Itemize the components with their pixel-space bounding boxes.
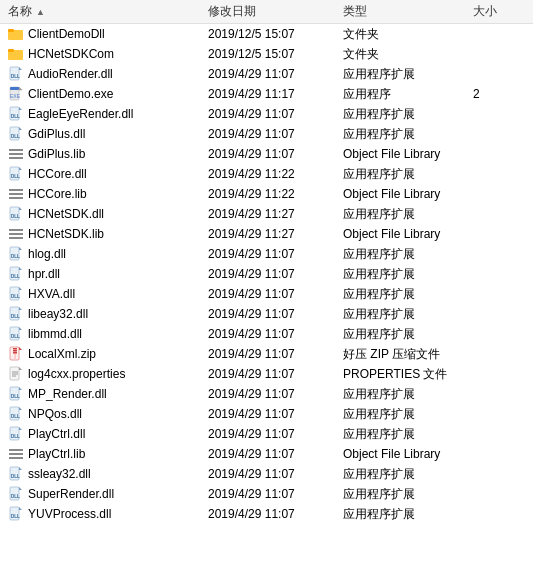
svg-marker-66 — [19, 427, 22, 430]
file-name-label: ssleay32.dll — [28, 467, 91, 481]
svg-rect-69 — [9, 453, 23, 455]
file-name-cell: LocalXml.zip — [8, 346, 208, 362]
table-row[interactable]: log4cxx.properties2019/4/29 11:07PROPERT… — [0, 364, 533, 384]
file-name-label: HCCore.dll — [28, 167, 87, 181]
file-date: 2019/4/29 11:07 — [208, 127, 343, 141]
file-name-label: HCNetSDK.lib — [28, 227, 104, 241]
header-size[interactable]: 大小 — [473, 3, 533, 20]
header-name-label: 名称 — [8, 3, 32, 20]
file-name-cell: DLL EagleEyeRender.dll — [8, 106, 208, 122]
table-row[interactable]: DLL SuperRender.dll2019/4/29 11:07应用程序扩展 — [0, 484, 533, 504]
table-row[interactable]: DLL GdiPlus.dll2019/4/29 11:07应用程序扩展 — [0, 124, 533, 144]
file-name-label: HCCore.lib — [28, 187, 87, 201]
file-name-cell: DLL hlog.dll — [8, 246, 208, 262]
table-row[interactable]: LocalXml.zip2019/4/29 11:07好压 ZIP 压缩文件 — [0, 344, 533, 364]
file-type: 应用程序扩展 — [343, 506, 473, 523]
file-type: Object File Library — [343, 447, 473, 461]
table-row[interactable]: DLL HCNetSDK.dll2019/4/29 11:27应用程序扩展 — [0, 204, 533, 224]
file-type: Object File Library — [343, 187, 473, 201]
folder-icon — [8, 46, 24, 62]
svg-marker-22 — [19, 167, 22, 170]
svg-rect-3 — [8, 49, 14, 52]
file-type: 应用程序扩展 — [343, 126, 473, 143]
file-name-label: AudioRender.dll — [28, 67, 113, 81]
file-name-cell: DLL libeay32.dll — [8, 306, 208, 322]
svg-marker-78 — [19, 507, 22, 510]
svg-text:DLL: DLL — [11, 434, 20, 439]
svg-marker-46 — [19, 327, 22, 330]
table-row[interactable]: DLL NPQos.dll2019/4/29 11:07应用程序扩展 — [0, 404, 533, 424]
file-type: 应用程序扩展 — [343, 466, 473, 483]
file-type: 文件夹 — [343, 46, 473, 63]
file-type: 应用程序扩展 — [343, 306, 473, 323]
svg-marker-37 — [19, 267, 22, 270]
table-row[interactable]: DLL ssleay32.dll2019/4/29 11:07应用程序扩展 — [0, 464, 533, 484]
table-row[interactable]: DLL YUVProcess.dll2019/4/29 11:07应用程序扩展 — [0, 504, 533, 524]
table-row[interactable]: DLL PlayCtrl.dll2019/4/29 11:07应用程序扩展 — [0, 424, 533, 444]
file-date: 2019/4/29 11:07 — [208, 307, 343, 321]
dll-icon: DLL — [8, 326, 24, 342]
file-date: 2019/4/29 11:22 — [208, 187, 343, 201]
table-row[interactable]: EXE ClientDemo.exe2019/4/29 11:17应用程序2 — [0, 84, 533, 104]
file-name-cell: log4cxx.properties — [8, 366, 208, 382]
svg-text:DLL: DLL — [11, 134, 20, 139]
svg-text:DLL: DLL — [11, 314, 20, 319]
header-type[interactable]: 类型 — [343, 3, 473, 20]
table-row[interactable]: DLL libmmd.dll2019/4/29 11:07应用程序扩展 — [0, 324, 533, 344]
file-name-label: EagleEyeRender.dll — [28, 107, 133, 121]
dll-icon: DLL — [8, 466, 24, 482]
table-row[interactable]: DLL MP_Render.dll2019/4/29 11:07应用程序扩展 — [0, 384, 533, 404]
svg-text:DLL: DLL — [11, 334, 20, 339]
header-name[interactable]: 名称 ▲ — [8, 3, 208, 20]
table-row[interactable]: HCCore.lib2019/4/29 11:22Object File Lib… — [0, 184, 533, 204]
table-row[interactable]: HCNetSDKCom2019/12/5 15:07文件夹 — [0, 44, 533, 64]
file-name-label: libmmd.dll — [28, 327, 82, 341]
file-type: 应用程序扩展 — [343, 66, 473, 83]
table-row[interactable]: DLL EagleEyeRender.dll2019/4/29 11:07应用程… — [0, 104, 533, 124]
table-row[interactable]: HCNetSDK.lib2019/4/29 11:27Object File L… — [0, 224, 533, 244]
file-name-cell: DLL GdiPlus.dll — [8, 126, 208, 142]
table-row[interactable]: PlayCtrl.lib2019/4/29 11:07Object File L… — [0, 444, 533, 464]
table-row[interactable]: DLL libeay32.dll2019/4/29 11:07应用程序扩展 — [0, 304, 533, 324]
file-date: 2019/4/29 11:07 — [208, 267, 343, 281]
svg-text:DLL: DLL — [11, 114, 20, 119]
header-date[interactable]: 修改日期 — [208, 3, 343, 20]
svg-marker-49 — [19, 347, 22, 350]
svg-text:DLL: DLL — [11, 174, 20, 179]
table-row[interactable]: DLL HXVA.dll2019/4/29 11:07应用程序扩展 — [0, 284, 533, 304]
dll-icon: DLL — [8, 486, 24, 502]
svg-marker-5 — [19, 67, 22, 70]
table-row[interactable]: DLL hpr.dll2019/4/29 11:07应用程序扩展 — [0, 264, 533, 284]
svg-marker-28 — [19, 207, 22, 210]
dll-icon: DLL — [8, 266, 24, 282]
file-name-cell: DLL MP_Render.dll — [8, 386, 208, 402]
dll-icon: DLL — [8, 206, 24, 222]
file-type: 应用程序扩展 — [343, 386, 473, 403]
file-date: 2019/4/29 11:07 — [208, 247, 343, 261]
file-list: 名称 ▲ 修改日期 类型 大小 ClientDemoDll2019/12/5 1… — [0, 0, 533, 524]
svg-rect-25 — [9, 193, 23, 195]
dll-icon: DLL — [8, 386, 24, 402]
table-row[interactable]: DLL hlog.dll2019/4/29 11:07应用程序扩展 — [0, 244, 533, 264]
svg-rect-53 — [13, 352, 17, 354]
file-name-cell: HCNetSDK.lib — [8, 226, 208, 242]
lib-icon — [8, 146, 24, 162]
file-name-label: libeay32.dll — [28, 307, 88, 321]
svg-text:DLL: DLL — [11, 394, 20, 399]
svg-text:EXE: EXE — [10, 93, 21, 99]
file-type: 应用程序扩展 — [343, 106, 473, 123]
table-row[interactable]: DLL AudioRender.dll2019/4/29 11:07应用程序扩展 — [0, 64, 533, 84]
svg-rect-30 — [9, 229, 23, 231]
svg-text:DLL: DLL — [11, 214, 20, 219]
svg-rect-51 — [13, 348, 17, 350]
file-name-cell: EXE ClientDemo.exe — [8, 86, 208, 102]
svg-text:DLL: DLL — [11, 254, 20, 259]
file-name-label: LocalXml.zip — [28, 347, 96, 361]
file-rows-container: ClientDemoDll2019/12/5 15:07文件夹 HCNetSDK… — [0, 24, 533, 524]
svg-marker-34 — [19, 247, 22, 250]
table-row[interactable]: DLL HCCore.dll2019/4/29 11:22应用程序扩展 — [0, 164, 533, 184]
file-date: 2019/4/29 11:07 — [208, 467, 343, 481]
table-row[interactable]: GdiPlus.lib2019/4/29 11:07Object File Li… — [0, 144, 533, 164]
dll-icon: DLL — [8, 246, 24, 262]
table-row[interactable]: ClientDemoDll2019/12/5 15:07文件夹 — [0, 24, 533, 44]
